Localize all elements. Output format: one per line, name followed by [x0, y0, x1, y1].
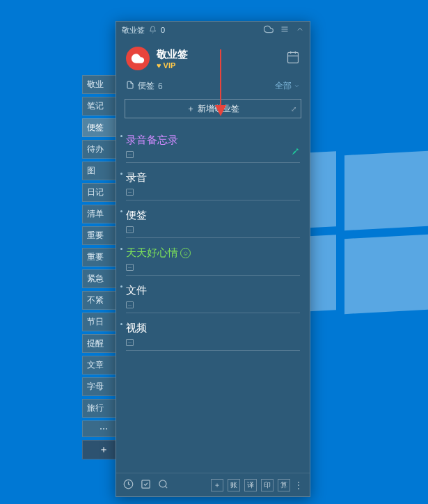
book-icon	[126, 189, 134, 196]
footer-account-button[interactable]: 账	[228, 479, 240, 491]
brand-name: 敬业签	[157, 48, 188, 61]
expand-icon: ⤢	[291, 105, 296, 113]
note-item[interactable]: 录音	[126, 163, 300, 200]
more-icon[interactable]: ⋮	[294, 480, 303, 490]
filter-all[interactable]: 全部	[275, 80, 300, 92]
titlebar-app-name: 敬业签	[122, 25, 145, 36]
note-item[interactable]: 录音备忘录	[126, 125, 300, 163]
app-window: 敬业签 0 敬业签 ♥ VIP	[116, 21, 310, 497]
calendar-icon[interactable]	[286, 50, 300, 67]
book-icon	[126, 226, 134, 233]
section-label: 便签	[138, 80, 154, 92]
bell-count: 0	[161, 26, 165, 34]
brand-header: 敬业签 ♥ VIP	[116, 38, 310, 76]
book-icon	[126, 151, 134, 158]
smiley-icon: ☺	[180, 248, 191, 258]
add-note-button[interactable]: ＋ 新增敬业签 ⤢	[125, 99, 301, 118]
note-item[interactable]: 文件	[126, 276, 300, 313]
bell-icon[interactable]	[149, 26, 157, 35]
svg-line-11	[165, 486, 167, 488]
app-logo	[126, 47, 150, 70]
note-item[interactable]: 天天好心情☺	[126, 238, 300, 276]
menu-icon[interactable]	[280, 25, 289, 35]
footer-bar: ＋ 账 译 印 算 ⋮	[116, 473, 310, 496]
note-title: 文件	[126, 284, 300, 297]
vip-badge: ♥ VIP	[157, 61, 188, 70]
footer-translate-button[interactable]: 译	[244, 479, 257, 491]
book-icon	[126, 301, 134, 308]
note-item[interactable]: 视频	[126, 313, 300, 351]
collapse-icon[interactable]	[296, 25, 304, 35]
note-title: 便签	[126, 209, 300, 222]
notes-list: 录音备忘录 录音 便签 天天好心情☺ 文件 视频	[116, 125, 310, 473]
add-note-label: ＋ 新增敬业签	[187, 103, 239, 115]
note-title: 视频	[126, 322, 300, 335]
section-header: 便签 6 全部	[116, 76, 310, 96]
note-icon	[126, 81, 134, 91]
svg-rect-3	[288, 52, 299, 63]
note-title: 录音	[126, 171, 300, 184]
svg-rect-9	[142, 480, 150, 487]
footer-calc-button[interactable]: 算	[278, 479, 290, 491]
note-title: 天天好心情☺	[126, 246, 300, 260]
book-icon	[126, 339, 134, 346]
note-title: 录音备忘录	[126, 134, 300, 147]
note-item[interactable]: 便签	[126, 200, 300, 238]
cloud-sync-icon[interactable]	[264, 24, 274, 36]
search-icon[interactable]	[158, 479, 168, 491]
footer-print-button[interactable]: 印	[261, 479, 274, 491]
section-count: 6	[158, 81, 163, 91]
done-icon[interactable]	[141, 479, 151, 491]
svg-point-10	[159, 480, 166, 487]
book-icon	[126, 264, 134, 271]
history-icon[interactable]	[123, 479, 134, 491]
footer-add-button[interactable]: ＋	[211, 479, 223, 491]
titlebar: 敬业签 0	[116, 22, 310, 38]
